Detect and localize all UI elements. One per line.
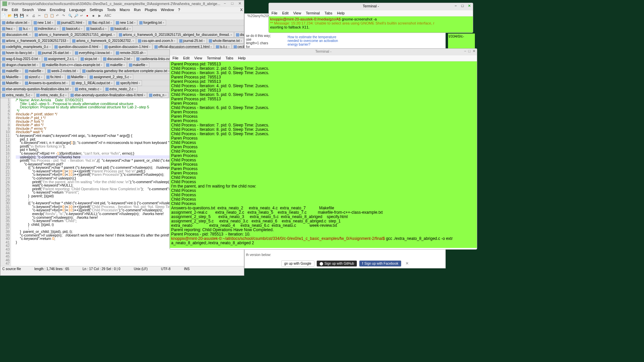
tab[interactable]: journal-25.txt× bbox=[178, 38, 207, 44]
tab[interactable]: arlons_c_framework_0_2021062517151_abrig… bbox=[33, 32, 117, 38]
tab[interactable]: fix.html× bbox=[45, 74, 65, 80]
tab-close-icon[interactable]: × bbox=[66, 82, 68, 85]
signup-facebook[interactable]: fSign up with Facebook bbox=[359, 260, 401, 267]
tab[interactable]: extra_neato_2.c× bbox=[104, 86, 138, 92]
menu-edit[interactable]: Edit bbox=[282, 11, 289, 15]
menu-view[interactable]: View bbox=[38, 8, 46, 12]
menu-encoding[interactable]: Encoding bbox=[50, 8, 65, 12]
paste-icon[interactable]: 📋 bbox=[50, 14, 55, 18]
tab[interactable]: week-2-notes.txt× bbox=[46, 68, 80, 74]
menu-tabs[interactable]: Tabs bbox=[226, 56, 233, 60]
tab-close-icon[interactable]: × bbox=[29, 33, 31, 37]
tab-close-icon[interactable]: × bbox=[174, 39, 176, 43]
tab-close-icon[interactable]: × bbox=[84, 75, 86, 79]
tab-close-icon[interactable]: × bbox=[31, 94, 33, 97]
tab[interactable]: basics6.c× bbox=[109, 26, 133, 32]
term1-titlebar[interactable]: Terminal - − □ ✕ bbox=[269, 3, 473, 10]
tab[interactable]: css-spin-and-zoom.h× bbox=[136, 38, 177, 44]
tab[interactable]: basics5.c× bbox=[85, 26, 108, 32]
tab-close-icon[interactable]: × bbox=[105, 27, 107, 31]
close-file-icon[interactable]: ✕ bbox=[26, 14, 31, 18]
tab[interactable]: remote-2020.sh× bbox=[114, 50, 147, 56]
tab-close-icon[interactable]: × bbox=[123, 63, 125, 67]
close-icon[interactable]: ✕ bbox=[473, 49, 476, 53]
redo-icon[interactable]: ↷ bbox=[62, 14, 67, 18]
open-icon[interactable]: 📂 bbox=[8, 14, 12, 18]
tab[interactable]: question-discussion-0.html× bbox=[53, 44, 102, 50]
record-icon[interactable]: ● bbox=[86, 14, 91, 18]
undo-icon[interactable]: ↶ bbox=[56, 14, 61, 18]
tab[interactable]: hover-to-fancy.txt× bbox=[0, 50, 36, 56]
tab-close-icon[interactable]: × bbox=[36, 63, 38, 67]
saveall-icon[interactable]: 💾 bbox=[20, 14, 24, 18]
tab[interactable]: sicpa.txt× bbox=[79, 56, 101, 62]
tab-close-icon[interactable]: × bbox=[129, 27, 131, 31]
tab-close-icon[interactable]: × bbox=[75, 57, 77, 61]
tab[interactable]: Makefile× bbox=[65, 74, 88, 80]
close-icon[interactable]: ✕ bbox=[237, 1, 242, 6]
tab[interactable]: makefile× bbox=[127, 62, 150, 68]
tab[interactable]: wag-6-bug-2021-0.txt× bbox=[0, 56, 42, 62]
menu-plugins[interactable]: Plugins bbox=[145, 8, 157, 12]
tab-close-icon[interactable]: × bbox=[144, 51, 146, 55]
tab-close-icon[interactable]: × bbox=[41, 75, 42, 79]
term2-output[interactable]: Parent Process pid: 785513Child Process … bbox=[170, 61, 477, 248]
tab[interactable]: makefile× bbox=[23, 68, 46, 74]
maximize-icon[interactable]: □ bbox=[468, 49, 470, 53]
tab[interactable]: journal21.html× bbox=[55, 20, 86, 25]
tab[interactable]: extra_n× bbox=[147, 92, 168, 98]
npp-titlebar[interactable]: F:\home\knoppix\all\docs\school\csumb\cs… bbox=[0, 0, 244, 7]
tab[interactable]: everything-I-know.txt× bbox=[73, 50, 114, 56]
tab-close-icon[interactable]: × bbox=[149, 45, 151, 49]
menu-tools[interactable]: Tools bbox=[107, 8, 116, 12]
maximize-icon[interactable]: □ bbox=[460, 4, 465, 8]
wrap-icon[interactable]: ↵ bbox=[80, 14, 85, 18]
tab-close-icon[interactable]: × bbox=[111, 82, 112, 85]
tab-close-icon[interactable]: × bbox=[42, 69, 44, 73]
tab-close-icon[interactable]: × bbox=[131, 57, 133, 61]
copy-icon[interactable]: 📋 bbox=[44, 14, 49, 18]
tab[interactable]: forgetting.txt× bbox=[138, 20, 166, 25]
tab-close-icon[interactable]: × bbox=[99, 45, 101, 49]
tab-close-icon[interactable]: × bbox=[228, 45, 230, 49]
tab-close-icon[interactable]: × bbox=[57, 27, 58, 31]
tab-close-icon[interactable]: × bbox=[65, 94, 67, 97]
tab[interactable]: extra_neato_5.c× bbox=[0, 92, 34, 98]
tab-close-icon[interactable]: × bbox=[231, 33, 232, 37]
minimize-icon[interactable]: − bbox=[222, 1, 227, 6]
tab[interactable]: dragon.character.txt× bbox=[0, 62, 40, 68]
tab-close-icon[interactable]: × bbox=[33, 51, 34, 55]
tab[interactable]: flac-mp3.txt× bbox=[87, 20, 114, 25]
menu-macro[interactable]: Macro bbox=[119, 8, 130, 12]
play-icon[interactable]: ▶ bbox=[98, 14, 103, 18]
menu-help[interactable]: Help bbox=[337, 11, 345, 15]
tab[interactable]: basics4.c× bbox=[60, 26, 84, 32]
tab-close-icon[interactable]: × bbox=[203, 39, 205, 43]
tab[interactable]: else-anomaly-question-finalization-idea.… bbox=[0, 86, 73, 92]
tab[interactable]: makefile× bbox=[104, 62, 127, 68]
tab[interactable]: step_1_REALoutput.txt× bbox=[70, 80, 114, 86]
tab-close-icon[interactable]: × bbox=[29, 27, 30, 31]
tab-close-icon[interactable]: × bbox=[19, 82, 21, 85]
tab-close-icon[interactable]: × bbox=[146, 63, 148, 67]
tab-close-icon[interactable]: × bbox=[69, 51, 71, 55]
menu-terminal[interactable]: Terminal bbox=[207, 56, 221, 60]
tab[interactable]: else-anomaly-question-finalization-idea-… bbox=[69, 92, 147, 98]
term2-titlebar[interactable]: Terminal - − □ ✕ bbox=[170, 49, 477, 55]
tab-close-icon[interactable]: × bbox=[240, 39, 242, 43]
tab-close-icon[interactable]: × bbox=[13, 27, 15, 31]
tab-close-icon[interactable]: × bbox=[81, 27, 83, 31]
signup-google[interactable]: gn up with Google bbox=[281, 260, 314, 267]
tab[interactable]: castlevania gameboy the adventure comple… bbox=[81, 68, 171, 74]
menu-terminal[interactable]: Terminal bbox=[306, 11, 320, 15]
menu-view[interactable]: View bbox=[194, 56, 202, 60]
cut-icon[interactable]: ✂ bbox=[38, 14, 43, 18]
tab-close-icon[interactable]: × bbox=[130, 75, 132, 79]
tab-close-icon[interactable]: × bbox=[52, 21, 53, 24]
close-icon[interactable]: ✕ bbox=[405, 261, 409, 266]
tab-close-icon[interactable]: × bbox=[138, 82, 140, 85]
minimize-icon[interactable]: − bbox=[464, 49, 466, 53]
maximize-icon[interactable]: □ bbox=[230, 1, 235, 6]
tab-close-icon[interactable]: × bbox=[98, 57, 99, 61]
tab[interactable]: arlons_c_framework_0_2021062702.× bbox=[70, 38, 136, 44]
